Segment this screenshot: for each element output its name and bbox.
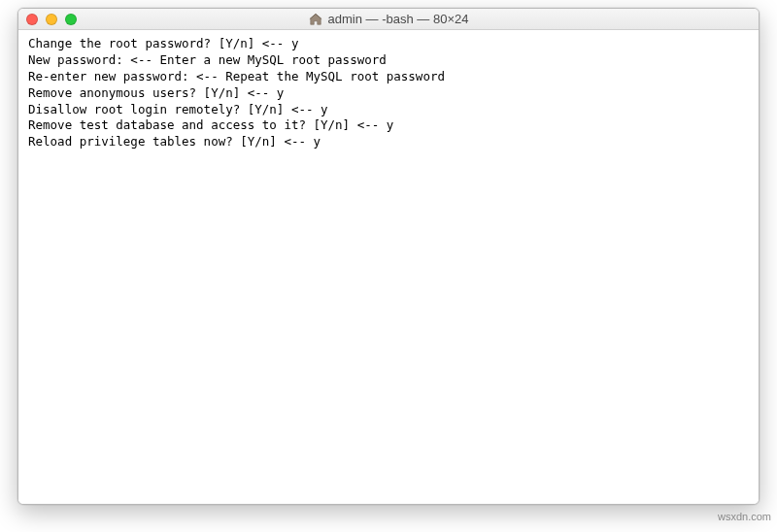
window-title: admin — -bash — 80×24 <box>328 12 469 26</box>
terminal-body[interactable]: Change the root password? [Y/n] <-- y Ne… <box>18 30 759 504</box>
terminal-line: Re-enter new password: <-- Repeat the My… <box>28 69 749 85</box>
terminal-line: Remove anonymous users? [Y/n] <-- y <box>28 85 749 102</box>
home-icon <box>309 13 322 26</box>
terminal-window: admin — -bash — 80×24 Change the root pa… <box>17 8 760 505</box>
maximize-button[interactable] <box>65 14 77 25</box>
terminal-line: Reload privilege tables now? [Y/n] <-- y <box>28 134 749 150</box>
watermark: wsxdn.com <box>718 511 771 522</box>
terminal-line: Change the root password? [Y/n] <-- y <box>28 36 749 52</box>
terminal-line: New password: <-- Enter a new MySQL root… <box>28 52 749 69</box>
terminal-line: Remove test database and access to it? [… <box>28 117 749 134</box>
traffic-lights <box>26 14 77 25</box>
title-bar[interactable]: admin — -bash — 80×24 <box>18 9 759 30</box>
minimize-button[interactable] <box>46 14 57 25</box>
terminal-line: Disallow root login remotely? [Y/n] <-- … <box>28 102 749 118</box>
title-wrap: admin — -bash — 80×24 <box>18 9 759 30</box>
close-button[interactable] <box>26 14 38 25</box>
